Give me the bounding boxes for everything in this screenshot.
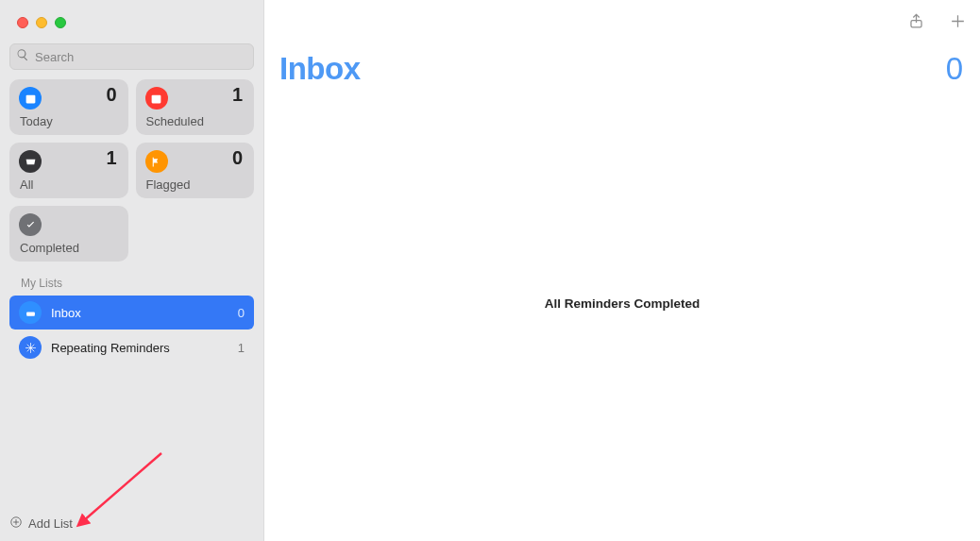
toolbar [903,9,971,36]
window-controls [0,0,263,38]
snowflake-icon [19,336,42,359]
add-list-button[interactable]: Add List [9,516,73,532]
page-count: 0 [946,51,963,87]
search-wrap [0,38,263,79]
smart-scheduled-count: 1 [232,84,243,106]
flag-icon [145,150,168,173]
sidebar: 0 Today 1 Scheduled 1 All [0,0,264,541]
smart-all-count: 1 [106,147,116,169]
calendar-today-icon [19,87,42,110]
calendar-icon [145,87,168,110]
tray-icon [19,150,42,173]
checkmark-icon [19,213,42,236]
zoom-window-icon[interactable] [55,17,66,28]
list-rows: Inbox 0 Repeating Reminders 1 [0,296,263,364]
minimize-window-icon[interactable] [36,17,47,28]
smart-all[interactable]: 1 All [9,143,128,198]
list-item-count: 1 [238,341,245,355]
list-item-repeating[interactable]: Repeating Reminders 1 [9,330,254,364]
smart-scheduled[interactable]: 1 Scheduled [136,79,255,135]
page-title: Inbox [279,51,361,87]
plus-circle-icon [9,516,23,532]
smart-flagged[interactable]: 0 Flagged [136,143,255,198]
annotation-arrow-icon [72,449,176,534]
list-item-inbox[interactable]: Inbox 0 [9,296,254,330]
smart-today-label: Today [20,114,53,128]
smart-today-count: 0 [106,84,116,106]
search-field[interactable] [9,43,254,70]
smart-lists: 0 Today 1 Scheduled 1 All [0,79,263,262]
empty-state-text: All Reminders Completed [264,296,980,311]
svg-rect-2 [152,94,161,103]
search-icon [16,48,29,65]
new-reminder-button[interactable] [944,9,971,36]
add-list-label: Add List [28,516,73,531]
list-item-count: 0 [238,306,245,320]
smart-scheduled-label: Scheduled [146,114,204,128]
svg-line-5 [83,453,161,521]
plus-icon [949,12,967,34]
main-panel: Inbox 0 All Reminders Completed [264,0,980,541]
inbox-icon [19,301,42,324]
search-input[interactable] [29,50,247,64]
smart-flagged-label: Flagged [146,178,191,192]
smart-today[interactable]: 0 Today [9,79,128,135]
smart-completed[interactable]: Completed [9,206,128,262]
share-button[interactable] [903,9,929,36]
smart-completed-label: Completed [20,241,79,255]
list-item-label: Inbox [51,306,238,320]
reminders-app: 0 Today 1 Scheduled 1 All [0,0,980,541]
list-item-label: Repeating Reminders [51,341,238,355]
share-icon [907,12,925,34]
close-window-icon[interactable] [17,17,28,28]
smart-flagged-count: 0 [232,147,243,169]
my-lists-header: My Lists [0,262,263,296]
smart-all-label: All [20,178,33,192]
